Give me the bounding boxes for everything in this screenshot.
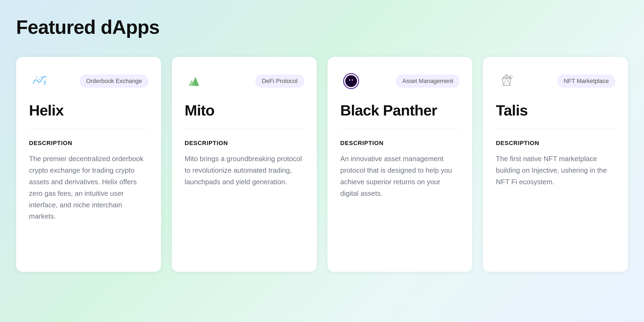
svg-point-0	[36, 77, 38, 78]
black-panther-desc-text: An innovative asset management protocol …	[340, 153, 460, 199]
mito-card-header: DeFi Protocol	[185, 70, 304, 92]
talis-desc-text: The first native NFT marketplace buildin…	[496, 153, 615, 188]
cards-grid: Orderbook Exchange Helix DESCRIPTION The…	[16, 57, 628, 272]
talis-badge: NFT Marketplace	[558, 75, 615, 88]
mito-divider	[185, 129, 304, 129]
helix-card[interactable]: Orderbook Exchange Helix DESCRIPTION The…	[16, 57, 161, 272]
helix-badge: Orderbook Exchange	[80, 75, 148, 88]
black-panther-card[interactable]: Asset Management Black Panther DESCRIPTI…	[328, 57, 472, 272]
helix-divider	[29, 129, 148, 129]
mito-name: Mito	[185, 102, 304, 119]
panther-icon	[340, 70, 362, 92]
mito-desc-text: Mito brings a groundbreaking protocol to…	[185, 153, 304, 188]
svg-point-16	[350, 80, 350, 80]
mito-icon	[185, 70, 206, 92]
mito-desc-label: DESCRIPTION	[185, 140, 304, 147]
helix-desc-text: The premier decentralized orderbook cryp…	[29, 153, 148, 222]
black-panther-card-header: Asset Management	[340, 70, 460, 92]
talis-card[interactable]: NFT Marketplace Talis DESCRIPTION The fi…	[483, 57, 628, 272]
mito-badge: DeFi Protocol	[256, 75, 304, 88]
talis-card-header: NFT Marketplace	[496, 70, 615, 92]
black-panther-divider	[340, 129, 460, 129]
talis-icon	[496, 70, 517, 92]
talis-divider	[496, 129, 615, 129]
helix-name: Helix	[29, 102, 148, 119]
talis-desc-label: DESCRIPTION	[496, 140, 615, 147]
svg-point-17	[352, 80, 353, 80]
page-title: Featured dApps	[16, 16, 628, 38]
black-panther-desc-label: DESCRIPTION	[340, 140, 460, 147]
black-panther-name: Black Panther	[340, 102, 460, 119]
helix-desc-label: DESCRIPTION	[29, 140, 148, 147]
svg-point-2	[41, 77, 42, 78]
helix-card-header: Orderbook Exchange	[29, 70, 148, 92]
svg-point-1	[38, 79, 40, 80]
black-panther-badge: Asset Management	[396, 75, 460, 88]
mito-card[interactable]: DeFi Protocol Mito DESCRIPTION Mito brin…	[172, 57, 317, 272]
talis-name: Talis	[496, 102, 615, 119]
helix-icon	[29, 70, 50, 92]
